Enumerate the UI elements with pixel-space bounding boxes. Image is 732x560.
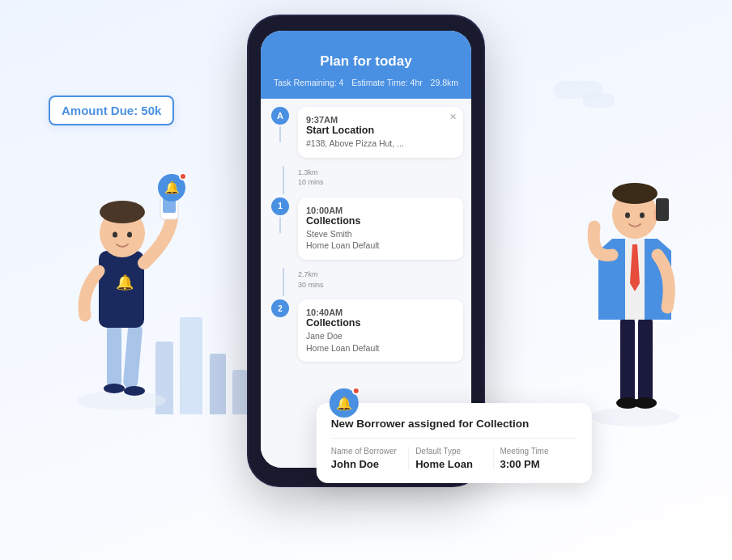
notification-bell-dot xyxy=(352,387,360,395)
notification-popup: 🔔 New Borrower assigned for Collection N… xyxy=(317,403,592,483)
task-time-2: 10:40AM xyxy=(306,308,455,317)
notif-default-type-value: Home Loan xyxy=(415,458,486,470)
notif-field-default-type: Default Type Home Loan xyxy=(409,447,493,470)
route-row-1: 1 10:00AM Collections Steve SmithHome Lo… xyxy=(269,197,463,265)
notif-borrower-value: John Doe xyxy=(331,458,402,470)
route-row-a: A ✕ 9:37AM Start Location #138, Above Pi… xyxy=(269,107,463,163)
task-title-a: Start Location xyxy=(306,125,455,136)
stop-circle-2: 2 xyxy=(271,299,289,317)
stop-indicator-1: 1 xyxy=(269,197,292,233)
task-card-a[interactable]: ✕ 9:37AM Start Location #138, Above Pizz… xyxy=(298,107,463,158)
svg-point-3 xyxy=(104,384,125,393)
segment-1-info: 1.3km 10 mins xyxy=(269,166,463,194)
amount-due-text: Amount Due: 50k xyxy=(62,104,161,117)
svg-point-13 xyxy=(590,407,679,426)
stop-line-a xyxy=(279,126,281,142)
phone-header: Plan for today Task Remaining: 4 Estimat… xyxy=(261,31,471,99)
right-person-illustration xyxy=(554,89,716,429)
svg-point-10 xyxy=(113,232,117,238)
notif-meeting-time-value: 3:00 PM xyxy=(500,458,570,470)
estimate-time-label: Estimate Time: 4hr xyxy=(351,78,423,87)
phone-screen: Plan for today Task Remaining: 4 Estimat… xyxy=(261,31,471,468)
svg-rect-24 xyxy=(656,198,669,221)
svg-point-11 xyxy=(127,232,132,238)
task-subtitle-2: Jane DoeHome Loan Default xyxy=(306,330,455,354)
notification-bell-icon: 🔔 xyxy=(336,396,352,411)
task-title-1: Collections xyxy=(306,215,455,227)
notification-title: New Borrower assigned for Collection xyxy=(331,418,577,430)
close-button-a[interactable]: ✕ xyxy=(449,112,457,122)
svg-point-22 xyxy=(640,213,645,218)
amount-due-bubble: Amount Due: 50k xyxy=(49,95,174,125)
task-card-1[interactable]: 10:00AM Collections Steve SmithHome Loan… xyxy=(298,197,463,260)
phone-stats-row: Task Remaining: 4 Estimate Time: 4hr 29.… xyxy=(274,78,458,87)
svg-rect-1 xyxy=(107,324,121,388)
connector-line-1 xyxy=(283,166,284,194)
svg-point-9 xyxy=(100,201,145,223)
distance-label: 29.8km xyxy=(431,78,458,87)
left-person-illustration: 🔔 xyxy=(32,113,211,413)
notif-default-type-label: Default Type xyxy=(415,447,486,456)
notif-meeting-time-label: Meeting Time xyxy=(500,447,570,456)
task-title-2: Collections xyxy=(306,317,455,329)
segment-distance-1: 1.3km 10 mins xyxy=(298,166,324,194)
notif-borrower-label: Name of Borrower xyxy=(331,447,402,456)
svg-point-17 xyxy=(634,397,657,409)
task-card-wrapper-1: 10:00AM Collections Steve SmithHome Loan… xyxy=(298,197,463,265)
route-row-2: 2 10:40AM Collections Jane DoeHome Loan … xyxy=(269,299,463,367)
notification-bell: 🔔 xyxy=(330,388,359,418)
stop-line-1 xyxy=(279,217,281,233)
stop-circle-1: 1 xyxy=(271,197,289,215)
task-card-wrapper-a: ✕ 9:37AM Start Location #138, Above Pizz… xyxy=(298,107,463,163)
segment-2-info: 2.7km 30 mins xyxy=(269,268,463,296)
task-card-wrapper-2: 10:40AM Collections Jane DoeHome Loan De… xyxy=(298,299,463,367)
svg-rect-14 xyxy=(620,316,635,405)
svg-rect-15 xyxy=(638,316,653,405)
left-notification-bell[interactable]: 🔔 xyxy=(158,174,185,202)
segment-distance-2: 2.7km 30 mins xyxy=(298,268,324,296)
task-time-a: 9:37AM xyxy=(306,115,455,125)
svg-point-21 xyxy=(625,213,630,218)
segment-line-1 xyxy=(272,166,295,194)
task-remaining-label: Task Remaining: 4 xyxy=(274,78,343,87)
stop-circle-a: A xyxy=(271,107,289,125)
connector-line-2 xyxy=(283,268,284,296)
svg-point-20 xyxy=(612,183,658,204)
stop-indicator-a: A xyxy=(269,107,292,142)
svg-rect-2 xyxy=(123,323,143,388)
notification-fields: Name of Borrower John Doe Default Type H… xyxy=(331,438,577,470)
task-card-2[interactable]: 10:40AM Collections Jane DoeHome Loan De… xyxy=(298,299,463,362)
task-subtitle-1: Steve SmithHome Loan Default xyxy=(306,228,455,252)
task-subtitle-a: #138, Above Pizza Hut, ... xyxy=(306,138,455,150)
phone-title: Plan for today xyxy=(274,53,458,70)
phone-notch xyxy=(338,16,394,31)
bell-icon: 🔔 xyxy=(164,180,180,195)
segment-line-2 xyxy=(272,268,295,296)
svg-text:🔔: 🔔 xyxy=(116,274,134,291)
notif-field-borrower: Name of Borrower John Doe xyxy=(331,447,409,470)
bell-dot xyxy=(179,172,187,180)
svg-point-4 xyxy=(124,386,145,396)
svg-point-0 xyxy=(77,391,166,410)
notif-field-meeting-time: Meeting Time 3:00 PM xyxy=(493,447,577,470)
task-time-1: 10:00AM xyxy=(306,206,455,215)
stop-indicator-2: 2 xyxy=(269,299,292,317)
